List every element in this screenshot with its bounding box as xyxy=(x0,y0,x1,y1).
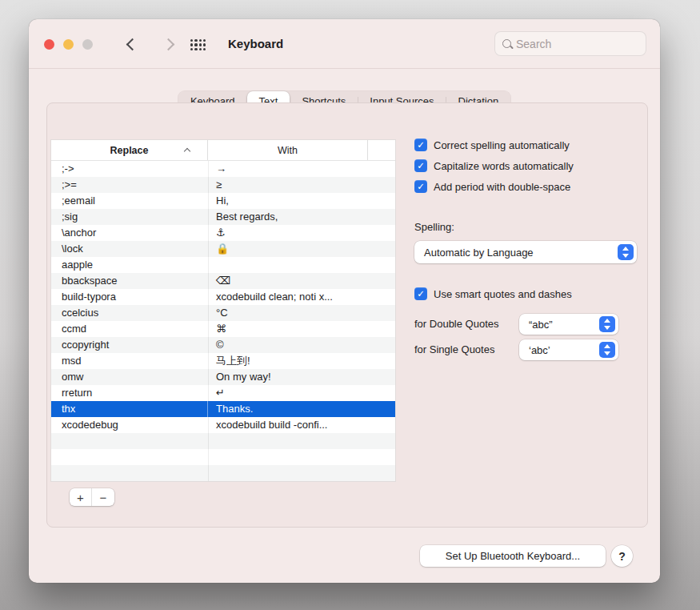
with-cell xyxy=(208,257,395,273)
table-row[interactable]: bbackspace ⌫ xyxy=(51,273,395,289)
spelling-label: Spelling: xyxy=(414,221,454,233)
add-button[interactable]: + xyxy=(70,488,92,506)
double-quotes-dropdown[interactable]: “abc” xyxy=(519,314,618,335)
replace-cell: \lock xyxy=(51,241,208,257)
checkbox-row: Correct spelling automatically xyxy=(414,138,574,152)
column-header-with[interactable]: With xyxy=(208,140,368,160)
title-bar: Keyboard xyxy=(29,19,660,69)
back-icon[interactable] xyxy=(126,38,139,51)
checkbox-checked-icon[interactable] xyxy=(414,287,427,300)
replace-cell: xcodedebug xyxy=(51,417,208,433)
checkbox-row: Add period with double-space xyxy=(414,179,574,194)
table-row[interactable]: omw On my way! xyxy=(51,369,395,385)
replace-cell: thx xyxy=(51,401,208,417)
table-row[interactable]: ;-> → xyxy=(51,161,395,177)
replace-cell: ccelcius xyxy=(51,305,208,321)
replace-cell: build-typora xyxy=(51,289,208,305)
search-input[interactable] xyxy=(516,38,638,50)
up-down-chevrons-icon xyxy=(599,342,615,358)
table-row[interactable]: thx Thanks. xyxy=(51,401,395,417)
checkbox-row: Capitalize words automatically xyxy=(414,159,574,173)
up-down-chevrons-icon xyxy=(599,316,615,332)
text-replacements-table: Replace With ;-> → ;>= ≥ xyxy=(50,139,396,482)
with-cell: 马上到! xyxy=(208,353,395,369)
table-row[interactable]: ;sig Best regards, xyxy=(51,209,395,225)
column-header-replace[interactable]: Replace xyxy=(51,140,208,160)
table-row[interactable]: \anchor ⚓ xyxy=(51,225,395,241)
replace-cell: omw xyxy=(51,369,208,385)
with-cell: Thanks. xyxy=(207,401,395,417)
show-all-grid-icon[interactable] xyxy=(190,39,206,50)
help-button[interactable]: ? xyxy=(611,545,633,567)
replace-cell: rreturn xyxy=(51,385,208,401)
minimize-button[interactable] xyxy=(63,39,74,50)
table-row[interactable]: aapple xyxy=(51,257,395,273)
smart-quotes-checkbox-row: Use smart quotes and dashes xyxy=(414,287,572,301)
table-header: Replace With xyxy=(51,140,395,161)
replace-cell: ;-> xyxy=(51,161,208,177)
replace-cell: ccmd xyxy=(51,321,208,337)
checkbox-checked-icon[interactable] xyxy=(414,180,427,193)
remove-button[interactable]: − xyxy=(92,488,114,506)
with-cell: Hi, xyxy=(208,193,395,209)
with-cell: ⌘ xyxy=(208,321,395,337)
close-button[interactable] xyxy=(44,39,54,50)
replace-cell: \anchor xyxy=(51,225,208,241)
table-row[interactable]: ccopyright © xyxy=(51,337,395,353)
up-down-chevrons-icon xyxy=(618,244,634,260)
table-row[interactable]: ccmd ⌘ xyxy=(51,321,395,337)
window-controls xyxy=(44,39,93,50)
spelling-dropdown[interactable]: Automatic by Language xyxy=(414,241,637,263)
table-row[interactable]: ccelcius °C xyxy=(51,305,395,321)
replace-cell: ;eemail xyxy=(51,193,208,209)
sort-ascending-icon xyxy=(184,148,190,155)
window-title: Keyboard xyxy=(228,37,283,50)
checkbox-checked-icon[interactable] xyxy=(414,159,427,172)
single-quotes-label: for Single Quotes xyxy=(414,343,494,355)
with-cell: xcodebuild build -confi... xyxy=(208,417,395,433)
add-remove-control: + − xyxy=(70,488,114,506)
checkbox-checked-icon[interactable] xyxy=(414,138,427,151)
table-body: ;-> → ;>= ≥ ;eemail Hi, ;sig xyxy=(51,161,395,481)
table-row[interactable]: ;>= ≥ xyxy=(51,177,395,193)
content-panel: Replace With ;-> → ;>= ≥ xyxy=(46,102,648,528)
replace-cell: bbackspace xyxy=(51,273,208,289)
double-quotes-label: for Double Quotes xyxy=(414,318,499,330)
checkbox-label: Add period with double-space xyxy=(434,181,570,193)
table-row[interactable]: rreturn ↵ xyxy=(51,385,395,401)
search-icon xyxy=(502,39,511,48)
with-cell: ⚓ xyxy=(208,225,395,241)
with-cell: ↵ xyxy=(208,385,395,401)
keyboard-preferences-window: Keyboard Keyboard Text Shortcuts Input S… xyxy=(29,19,660,583)
table-row[interactable]: msd 马上到! xyxy=(51,353,395,369)
table-row[interactable]: ;eemail Hi, xyxy=(51,193,395,209)
checkbox-label: Capitalize words automatically xyxy=(434,160,574,172)
double-quotes-value: “abc” xyxy=(529,319,553,331)
checkbox-label: Correct spelling automatically xyxy=(434,139,570,151)
spelling-checkbox-group: Correct spelling automatically Capitaliz… xyxy=(414,138,574,194)
search-field[interactable] xyxy=(494,31,646,56)
replace-cell: ;sig xyxy=(51,209,208,225)
forward-icon[interactable] xyxy=(162,38,175,51)
table-row[interactable]: \lock 🔒 xyxy=(51,241,395,257)
smart-quotes-label: Use smart quotes and dashes xyxy=(434,288,572,300)
with-cell: Best regards, xyxy=(208,209,395,225)
with-cell: 🔒 xyxy=(208,241,395,257)
replace-cell: msd xyxy=(51,353,208,369)
replace-cell: ccopyright xyxy=(51,337,208,353)
with-cell: ≥ xyxy=(208,177,395,193)
with-cell: ⌫ xyxy=(208,273,395,289)
with-cell: °C xyxy=(208,305,395,321)
zoom-button[interactable] xyxy=(82,39,93,50)
with-cell: xcodebuild clean; noti x... xyxy=(208,289,395,305)
with-cell: → xyxy=(208,161,395,177)
single-quotes-dropdown[interactable]: ‘abc’ xyxy=(519,339,618,360)
single-quotes-value: ‘abc’ xyxy=(529,344,550,356)
replace-cell: ;>= xyxy=(51,177,208,193)
setup-bluetooth-keyboard-button[interactable]: Set Up Bluetooth Keyboard... xyxy=(420,545,606,567)
with-cell: On my way! xyxy=(208,369,395,385)
table-row[interactable]: build-typora xcodebuild clean; noti x... xyxy=(51,289,395,305)
with-cell: © xyxy=(208,337,395,353)
spelling-dropdown-value: Automatic by Language xyxy=(424,247,534,259)
table-row[interactable]: xcodedebug xcodebuild build -confi... xyxy=(51,417,395,433)
